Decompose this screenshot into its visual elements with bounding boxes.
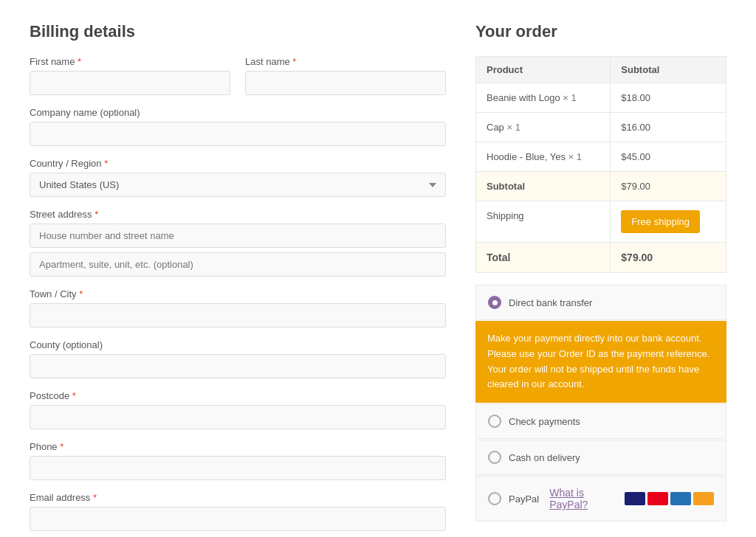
company-input[interactable] — [30, 122, 446, 146]
shipping-label: Shipping — [476, 201, 611, 243]
radio-cod — [488, 451, 501, 464]
mastercard-icon — [647, 492, 668, 505]
first-name-input[interactable] — [30, 71, 230, 95]
phone-label: Phone * — [30, 441, 446, 452]
order-item-name: Cap × 1 — [476, 113, 611, 142]
direct-bank-label: Direct bank transfer — [509, 297, 592, 308]
order-item-price: $18.00 — [611, 83, 726, 113]
order-item-name: Hoodie - Blue, Yes × 1 — [476, 142, 611, 172]
payment-section: Direct bank transfer Make your payment d… — [475, 285, 726, 522]
col-subtotal: Subtotal — [611, 57, 726, 83]
shipping-value: Free shipping — [611, 201, 726, 243]
amex-icon — [670, 492, 691, 505]
subtotal-value: $79.00 — [611, 172, 726, 201]
county-input[interactable] — [30, 354, 446, 378]
radio-paypal — [488, 492, 501, 505]
order-item-name: Beanie with Logo × 1 — [476, 83, 611, 113]
check-label: Check payments — [509, 416, 580, 427]
order-item: Beanie with Logo × 1 $18.00 — [476, 83, 726, 113]
discover-icon — [693, 492, 714, 505]
payment-option-direct-bank[interactable]: Direct bank transfer — [475, 285, 726, 320]
total-label: Total — [476, 243, 611, 273]
order-item: Cap × 1 $16.00 — [476, 113, 726, 142]
col-product: Product — [476, 57, 611, 83]
phone-input[interactable] — [30, 456, 446, 480]
country-label: Country / Region * — [30, 158, 446, 169]
order-item: Hoodie - Blue, Yes × 1 $45.00 — [476, 142, 726, 172]
what-is-paypal-link[interactable]: What is PayPal? — [549, 487, 617, 510]
visa-icon — [625, 492, 645, 505]
paypal-card-icons — [625, 492, 714, 505]
payment-option-check[interactable]: Check payments — [475, 403, 726, 439]
order-item-price: $16.00 — [611, 113, 726, 142]
country-select[interactable]: United States (US) — [30, 173, 446, 197]
postcode-input[interactable] — [30, 405, 446, 429]
email-label: Email address * — [30, 492, 446, 503]
cod-label: Cash on delivery — [509, 452, 580, 463]
radio-check — [488, 415, 501, 428]
email-input[interactable] — [30, 507, 446, 531]
first-name-label: First name * — [30, 56, 230, 67]
street2-input[interactable] — [30, 252, 446, 277]
street-input[interactable] — [30, 224, 446, 248]
paypal-label: PayPal — [509, 493, 539, 505]
last-name-label: Last name * — [245, 56, 446, 67]
payment-option-cod[interactable]: Cash on delivery — [475, 440, 726, 475]
total-value: $79.00 — [611, 243, 726, 273]
company-label: Company name (optional) — [30, 107, 446, 118]
town-input[interactable] — [30, 303, 446, 328]
billing-title: Billing details — [30, 22, 446, 41]
order-table: Product Subtotal Beanie with Logo × 1 $1… — [475, 56, 726, 273]
county-label: County (optional) — [30, 339, 446, 350]
subtotal-label: Subtotal — [476, 172, 611, 201]
radio-direct-bank — [488, 296, 501, 309]
street-label: Street address * — [30, 209, 446, 220]
payment-option-paypal[interactable]: PayPal What is PayPal? — [475, 476, 726, 522]
postcode-label: Postcode * — [30, 390, 446, 401]
order-item-price: $45.00 — [611, 142, 726, 172]
town-label: Town / City * — [30, 288, 446, 299]
last-name-input[interactable] — [245, 71, 446, 95]
direct-bank-detail: Make your payment directly into our bank… — [475, 321, 726, 403]
order-title: Your order — [475, 22, 726, 41]
